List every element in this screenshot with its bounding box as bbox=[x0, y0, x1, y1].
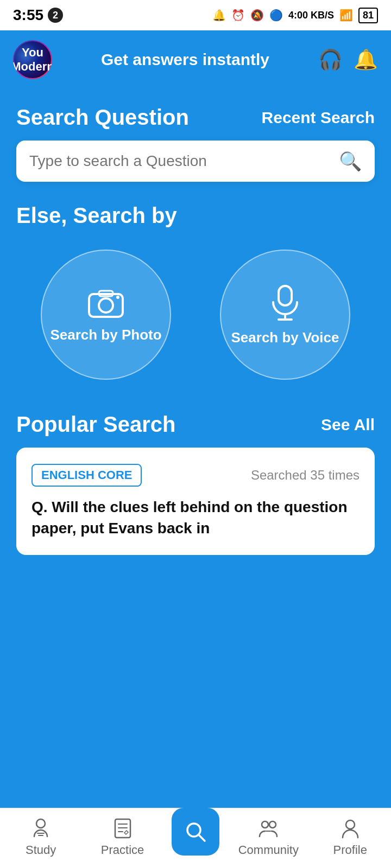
headset-icon[interactable]: 🎧 bbox=[318, 48, 343, 71]
search-bar-container[interactable]: 🔍 bbox=[16, 141, 375, 182]
popular-search-header: Popular Search See All bbox=[16, 412, 375, 437]
bell-icon[interactable]: 🔔 bbox=[354, 48, 378, 71]
bottom-navigation: Study Practice Community bbox=[0, 808, 391, 868]
practice-icon bbox=[112, 817, 134, 839]
camera-icon bbox=[87, 286, 125, 319]
popular-search-card[interactable]: ENGLISH CORE Searched 35 times Q. Will t… bbox=[16, 448, 375, 555]
community-icon bbox=[257, 817, 279, 839]
search-options: Search by Photo Search by Voice bbox=[16, 250, 375, 380]
study-icon bbox=[30, 817, 52, 839]
header-title: Get answers instantly bbox=[61, 50, 310, 69]
status-bar: 3:55 2 🔔 ⏰ 🔕 🔵 4:00 KB/S 📶 81 bbox=[0, 0, 391, 30]
battery-icon: 81 bbox=[358, 8, 378, 23]
search-input[interactable] bbox=[29, 152, 339, 170]
nav-practice-label: Practice bbox=[101, 843, 144, 857]
search-photo-label: Search by Photo bbox=[50, 327, 161, 343]
svg-line-15 bbox=[199, 835, 205, 841]
header-icons: 🎧 🔔 bbox=[318, 48, 378, 71]
profile-icon bbox=[339, 817, 361, 839]
microphone-icon bbox=[269, 284, 301, 322]
app-header: YouModern Get answers instantly 🎧 🔔 bbox=[0, 30, 391, 89]
svg-point-16 bbox=[262, 821, 268, 828]
card-subject-tag: ENGLISH CORE bbox=[31, 464, 142, 487]
alarm-icon: 🔔 bbox=[212, 9, 226, 22]
search-by-photo-button[interactable]: Search by Photo bbox=[41, 250, 171, 380]
search-voice-label: Search by Voice bbox=[231, 329, 339, 346]
search-by-voice-button[interactable]: Search by Voice bbox=[220, 250, 350, 380]
status-time: 3:55 bbox=[13, 7, 43, 24]
svg-point-7 bbox=[36, 819, 45, 828]
nav-study[interactable]: Study bbox=[8, 817, 73, 857]
bluetooth-icon: 🔵 bbox=[269, 9, 283, 22]
nav-community-label: Community bbox=[238, 843, 299, 857]
see-all-link[interactable]: See All bbox=[321, 416, 375, 434]
recent-search-link[interactable]: Recent Search bbox=[262, 108, 375, 127]
search-center-icon bbox=[183, 819, 208, 844]
search-section-title: Search Question bbox=[16, 105, 189, 130]
svg-point-19 bbox=[346, 820, 355, 829]
popular-search-title: Popular Search bbox=[16, 412, 175, 437]
svg-point-3 bbox=[116, 296, 119, 299]
network-info: 4:00 KB/S bbox=[288, 10, 334, 21]
nav-profile[interactable]: Profile bbox=[318, 817, 383, 857]
else-search-title: Else, Search by bbox=[16, 203, 375, 228]
nav-search-center-button[interactable] bbox=[172, 808, 219, 856]
nav-profile-label: Profile bbox=[333, 843, 367, 857]
search-icon: 🔍 bbox=[339, 150, 362, 172]
status-bar-left: 3:55 2 bbox=[13, 7, 63, 24]
main-content: Search Question Recent Search 🔍 Else, Se… bbox=[0, 89, 391, 642]
svg-point-1 bbox=[99, 298, 113, 312]
svg-rect-4 bbox=[279, 286, 292, 305]
status-bar-right: 🔔 ⏰ 🔕 🔵 4:00 KB/S 📶 81 bbox=[212, 8, 378, 23]
nav-practice[interactable]: Practice bbox=[90, 817, 155, 857]
notification-badge: 2 bbox=[48, 8, 63, 23]
card-search-count: Searched 35 times bbox=[251, 468, 360, 483]
clock-icon: ⏰ bbox=[231, 9, 245, 22]
app-logo-inner: YouModern bbox=[14, 41, 51, 78]
silent-icon: 🔕 bbox=[250, 9, 264, 22]
app-logo: YouModern bbox=[13, 40, 52, 79]
search-section-header: Search Question Recent Search bbox=[16, 105, 375, 130]
card-question-text: Q. Will the clues left behind on the que… bbox=[31, 496, 360, 539]
nav-study-label: Study bbox=[26, 843, 56, 857]
nav-community[interactable]: Community bbox=[236, 817, 301, 857]
card-top: ENGLISH CORE Searched 35 times bbox=[31, 464, 360, 487]
signal-icon: 📶 bbox=[339, 9, 353, 22]
svg-point-17 bbox=[269, 821, 276, 828]
